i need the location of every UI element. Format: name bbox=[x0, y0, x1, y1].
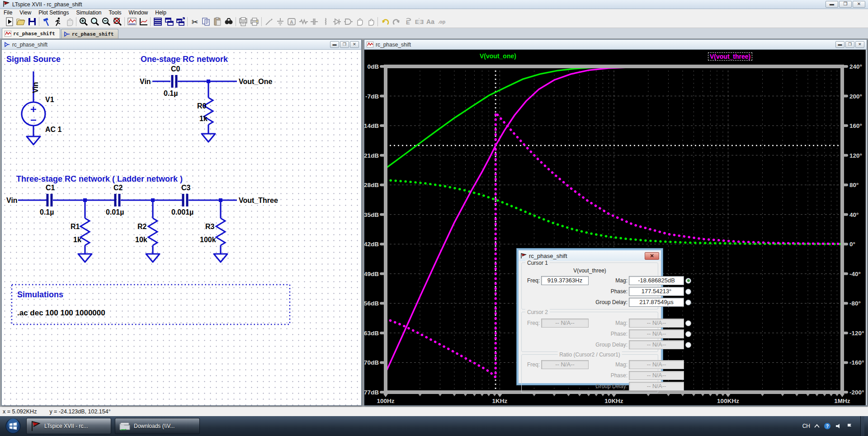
waveform-pane[interactable]: 0dB240°-7dB200°-14dB160°-21dB120°-28dB80… bbox=[364, 50, 866, 405]
legend-vout-one[interactable]: V(vout_one) bbox=[480, 52, 516, 60]
print-icon[interactable] bbox=[249, 16, 260, 27]
cursor2-group-delay-radio[interactable] bbox=[685, 342, 691, 348]
schematic-restore-button[interactable]: ❐ bbox=[340, 41, 349, 48]
run-icon[interactable] bbox=[4, 16, 15, 27]
menu-simulation[interactable]: Simulation bbox=[73, 9, 105, 16]
start-button[interactable] bbox=[4, 417, 23, 435]
cursor1-phase-radio[interactable] bbox=[685, 289, 691, 295]
speaker-icon[interactable] bbox=[835, 423, 842, 429]
cursor1-group-delay-radio[interactable] bbox=[685, 300, 691, 305]
zoom-out-icon[interactable] bbox=[100, 16, 112, 27]
tab-plot[interactable]: rc_phase_shift bbox=[2, 28, 60, 38]
menu-window[interactable]: Window bbox=[125, 9, 152, 16]
cut-icon[interactable]: ✂ bbox=[189, 16, 200, 27]
cursor2-group-delay-field[interactable]: -- N/A-- bbox=[629, 340, 684, 349]
show-desktop-button[interactable] bbox=[860, 416, 864, 436]
ratio-freq-field[interactable]: -- N/A-- bbox=[541, 360, 589, 369]
resistor-icon[interactable] bbox=[297, 16, 308, 27]
cursor2-freq-field[interactable]: -- N/A-- bbox=[541, 319, 589, 328]
cursor2-freq-label: Freq: bbox=[524, 320, 540, 326]
spice-directive-text[interactable]: .ac dec 100 100 1000000 bbox=[17, 309, 105, 317]
diode-icon[interactable] bbox=[331, 16, 342, 27]
rotate-icon[interactable]: E bbox=[402, 16, 413, 27]
taskbar-button-downloads[interactable]: Downloads (\\V... bbox=[115, 418, 200, 434]
zoom-full-icon[interactable] bbox=[112, 16, 123, 27]
text-tool-icon[interactable]: Aa bbox=[425, 16, 436, 27]
schematic-window-titlebar[interactable]: rc_phase_shift ▬ ❐ ✕ bbox=[2, 40, 361, 50]
inductor-icon[interactable] bbox=[320, 16, 331, 27]
plot-window-titlebar[interactable]: rc_phase_shift ▬ ❐ ✕ bbox=[364, 40, 867, 50]
help-icon[interactable]: ? bbox=[824, 422, 831, 430]
menu-view[interactable]: View bbox=[16, 9, 35, 16]
schematic-minimize-button[interactable]: ▬ bbox=[330, 41, 339, 48]
undo-icon[interactable] bbox=[379, 16, 391, 27]
print-preview-icon[interactable] bbox=[237, 16, 249, 27]
cursor1-mag-field[interactable]: -18.686825dB bbox=[629, 276, 684, 285]
find-icon[interactable] bbox=[223, 16, 234, 27]
capacitor-c2[interactable] bbox=[115, 194, 119, 206]
action-center-flag-icon[interactable] bbox=[846, 423, 853, 429]
tray-expand-icon[interactable] bbox=[814, 424, 820, 428]
cursor-dialog[interactable]: rc_phase_shift ✕ Cursor 1 V(vout_three) … bbox=[517, 248, 663, 385]
menu-tools[interactable]: Tools bbox=[105, 9, 125, 16]
menu-help[interactable]: Help bbox=[151, 9, 170, 16]
plot-minimize-button[interactable]: ▬ bbox=[835, 41, 844, 48]
one-stage-wires[interactable] bbox=[152, 80, 237, 142]
wire-pencil-icon[interactable] bbox=[263, 16, 274, 27]
left-axis-tick: -28dB bbox=[364, 182, 379, 188]
plot-restore-button[interactable]: ❐ bbox=[845, 41, 854, 48]
spice-directive-icon[interactable]: .op bbox=[436, 16, 447, 27]
run-man-icon[interactable] bbox=[52, 16, 63, 27]
left-axis-tick: -49dB bbox=[364, 271, 379, 277]
cursor2-mag-field[interactable]: -- N/A-- bbox=[629, 319, 684, 328]
tile-windows-icon[interactable] bbox=[152, 16, 163, 27]
ground-icon[interactable] bbox=[274, 16, 286, 27]
save-icon[interactable] bbox=[26, 16, 38, 27]
plot-close-button[interactable]: ✕ bbox=[855, 41, 864, 48]
cursor2-phase-radio[interactable] bbox=[685, 331, 691, 337]
language-indicator[interactable]: CH bbox=[802, 423, 810, 429]
mirror-icon[interactable]: EƎ bbox=[413, 16, 425, 27]
move-hand-icon[interactable] bbox=[354, 16, 365, 27]
close-button[interactable]: ✕ bbox=[853, 1, 865, 8]
cursor2-phase-field[interactable]: -- N/A-- bbox=[629, 329, 684, 338]
component-icon[interactable] bbox=[342, 16, 354, 27]
zoom-region-icon[interactable] bbox=[89, 16, 100, 27]
redo-icon[interactable] bbox=[391, 16, 402, 27]
schematic-canvas[interactable]: Signal Source One-stage RC network Three… bbox=[2, 50, 361, 405]
x-axis-tick: 100KHz bbox=[717, 398, 739, 404]
maximize-button[interactable]: ❐ bbox=[839, 1, 852, 8]
menu-plot-settings[interactable]: Plot Settings bbox=[35, 9, 72, 16]
capacitor-c3[interactable] bbox=[183, 194, 187, 206]
paste-icon[interactable] bbox=[212, 16, 223, 27]
cursor1-phase-field[interactable]: 177.54213° bbox=[629, 287, 684, 296]
capacitor-icon[interactable] bbox=[308, 16, 320, 27]
pause-hand-icon[interactable] bbox=[63, 16, 75, 27]
copy-icon[interactable] bbox=[200, 16, 212, 27]
cursor1-mag-radio[interactable] bbox=[685, 278, 691, 284]
capacitor-c1[interactable] bbox=[47, 194, 52, 206]
plot-settings-icon[interactable] bbox=[137, 16, 149, 27]
net-label-icon[interactable]: A bbox=[286, 16, 297, 27]
minimize-button[interactable]: ▬ bbox=[826, 1, 838, 8]
ratio-mag-field[interactable]: -- N/A-- bbox=[629, 360, 684, 369]
cursor2-mag-radio[interactable] bbox=[685, 320, 691, 326]
schematic-close-button[interactable]: ✕ bbox=[350, 41, 359, 48]
cursor-dialog-close-button[interactable]: ✕ bbox=[645, 252, 659, 260]
cascade-windows-icon[interactable] bbox=[163, 16, 175, 27]
ratio-phase-field[interactable]: -- N/A-- bbox=[629, 371, 684, 380]
ratio-group-delay-field[interactable]: -- N/A-- bbox=[629, 382, 684, 391]
cursor1-group-delay-field[interactable]: 217.87549µs bbox=[629, 298, 684, 307]
cascade-windows-restore-icon[interactable] bbox=[175, 16, 186, 27]
menu-file[interactable]: File bbox=[0, 9, 16, 16]
capacitor-c0[interactable] bbox=[172, 75, 176, 88]
legend-vout-three[interactable]: V(vout_three) bbox=[708, 52, 752, 61]
cursor1-freq-field[interactable]: 919.37363Hz bbox=[541, 276, 589, 285]
open-icon[interactable] bbox=[15, 16, 26, 27]
tab-schematic[interactable]: rc_phase_shift bbox=[61, 29, 119, 38]
plot-pane-icon[interactable] bbox=[126, 16, 137, 27]
zoom-in-icon[interactable] bbox=[78, 16, 89, 27]
taskbar-button-ltspice[interactable]: LTspice XVII - rc... bbox=[26, 418, 111, 434]
drag-hand-icon[interactable] bbox=[365, 16, 376, 27]
hammer-icon[interactable] bbox=[41, 16, 52, 27]
